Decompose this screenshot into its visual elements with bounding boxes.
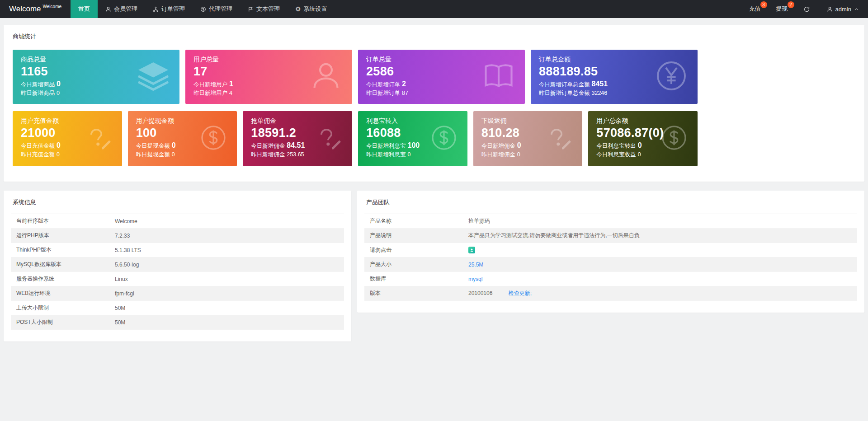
gear-icon: ⚙ <box>295 6 301 12</box>
chevron-up-icon <box>854 7 859 12</box>
table-row: ThinkPHP版本5.1.38 LTS <box>11 243 344 257</box>
logo-text: Welcome <box>9 5 41 14</box>
stats-row-2: 用户充值金额 21000 今日充值金额0 昨日充值金额0 用户提现金额 100 … <box>13 111 698 166</box>
table-row: 运行PHP版本7.2.33 <box>11 229 344 243</box>
nav-item-label: 系统设置 <box>304 5 327 13</box>
table-row: 数据库mysql <box>364 272 857 286</box>
nav-item-label: 文本管理 <box>256 5 280 13</box>
product-team-table: 产品名称抢单源码 产品说明本产品只为学习测试交流,请勿要做商业或者用于违法行为,… <box>364 214 857 301</box>
stat-card-withdraw-amount: 用户提现金额 100 今日提现金额0 昨日提现金额0 <box>128 111 237 166</box>
yen-circle-icon <box>655 60 688 94</box>
nav-item-home[interactable]: 首页 <box>71 0 98 18</box>
stat-card-recharge-amount: 用户充值金额 21000 今日充值金额0 昨日充值金额0 <box>13 111 122 166</box>
navbar-right: 充值 3 提现 2 admin <box>741 0 868 18</box>
table-row: MySQL数据库版本5.6.50-log <box>11 257 344 272</box>
layers-icon <box>137 60 170 94</box>
user-menu[interactable]: admin <box>818 0 868 18</box>
table-row: 产品说明本产品只为学习测试交流,请勿要做商业或者用于违法行为,一切后果自负 <box>364 229 857 243</box>
user-icon <box>827 6 833 12</box>
table-row: POST大小限制50M <box>11 315 344 330</box>
stat-card-sub-commission: 下级返佣 810.28 今日新增佣金0 昨日新增佣金0 <box>473 111 583 166</box>
edit-icon <box>545 124 572 153</box>
stat-card-user-balance: 用户总余额 57086.87(0) 今日利息宝转出0 今日利息宝收益0 <box>588 111 698 166</box>
logo-superscript: Welcome <box>43 4 62 9</box>
product-team-panel: 产品团队 产品名称抢单源码 产品说明本产品只为学习测试交流,请勿要做商业或者用于… <box>357 191 864 313</box>
bottom-section: 系统信息 当前程序版本Welcome 运行PHP版本7.2.33 ThinkPH… <box>4 191 864 341</box>
nav-item-label: 代理管理 <box>209 5 232 13</box>
withdraw-label: 提现 <box>776 5 788 13</box>
edit-icon <box>315 124 342 153</box>
product-team-title: 产品团队 <box>357 191 864 214</box>
stat-card-users-total: 用户总量 17 今日新增用户1 昨日新增用户4 <box>185 50 352 104</box>
stats-panel: 商城统计 商品总量 1165 今日新增商品0 昨日新增商品0 用户总量 17 今… <box>4 25 864 182</box>
stat-card-grab-commission: 抢单佣金 18591.2 今日新增佣金84.51 昨日新增佣金253.65 <box>243 111 352 166</box>
recharge-label: 充值 <box>749 5 761 13</box>
system-info-table: 当前程序版本Welcome 运行PHP版本7.2.33 ThinkPHP版本5.… <box>11 214 344 330</box>
stat-card-interest-in: 利息宝转入 16088 今日新增利息宝100 昨日新增利息宝0 <box>358 111 467 166</box>
database-link[interactable]: mysql <box>468 276 482 282</box>
book-icon <box>482 60 515 94</box>
dollar-circle-icon <box>200 124 227 153</box>
system-info-title: 系统信息 <box>4 191 351 214</box>
table-row: 当前程序版本Welcome <box>11 214 344 229</box>
table-row: 版本 20100106 检查更新; <box>364 286 857 301</box>
stat-card-goods-total: 商品总量 1165 今日新增商品0 昨日新增商品0 <box>13 50 179 104</box>
dollar-circle-icon <box>200 6 206 12</box>
user-icon <box>105 6 111 12</box>
stat-card-orders-total: 订单总量 2586 今日新增订单2 昨日新增订单87 <box>358 50 525 104</box>
app-logo[interactable]: Welcome Welcome <box>0 0 71 18</box>
withdraw-badge: 2 <box>788 1 794 8</box>
recharge-button[interactable]: 充值 3 <box>741 0 769 18</box>
table-row: 请勿点击 <box>364 243 857 257</box>
table-row: 服务器操作系统Linux <box>11 272 344 286</box>
user-icon <box>310 60 342 94</box>
table-row: 上传大小限制50M <box>11 301 344 315</box>
version-value: 20100106 <box>468 290 492 296</box>
do-not-click-icon[interactable] <box>468 247 475 253</box>
nav-item-members[interactable]: 会员管理 <box>98 0 145 18</box>
product-size-link[interactable]: 25.5M <box>468 262 483 268</box>
withdraw-button[interactable]: 提现 2 <box>769 0 796 18</box>
stats-cards: 商品总量 1165 今日新增商品0 昨日新增商品0 用户总量 17 今日新增用户… <box>4 48 864 182</box>
system-info-panel: 系统信息 当前程序版本Welcome 运行PHP版本7.2.33 ThinkPH… <box>4 191 351 341</box>
stat-card-order-amount: 订单总金额 888189.85 今日新增订单总金额8451 昨日新增订单总金额3… <box>531 50 698 104</box>
recharge-badge: 3 <box>760 1 767 8</box>
refresh-icon <box>803 6 810 13</box>
username: admin <box>835 6 851 13</box>
refresh-button[interactable] <box>796 0 818 18</box>
table-row: WEB运行环境fpm-fcgi <box>11 286 344 301</box>
nav-item-agents[interactable]: 代理管理 <box>193 0 240 18</box>
dollar-circle-icon <box>430 124 458 153</box>
stats-title: 商城统计 <box>4 25 864 48</box>
nav-item-label: 订单管理 <box>161 5 185 13</box>
dollar-circle-icon <box>660 124 688 153</box>
stats-row-1: 商品总量 1165 今日新增商品0 昨日新增商品0 用户总量 17 今日新增用户… <box>13 50 698 104</box>
table-row: 产品大小25.5M <box>364 257 857 272</box>
nav-item-orders[interactable]: 订单管理 <box>145 0 193 18</box>
nav-item-label: 首页 <box>78 5 90 13</box>
check-update-link[interactable]: 检查更新; <box>509 290 532 296</box>
table-row: 产品名称抢单源码 <box>364 214 857 229</box>
edit-icon <box>85 124 112 153</box>
nav-item-label: 会员管理 <box>114 5 137 13</box>
orders-icon <box>153 6 159 12</box>
nav-item-text[interactable]: 文本管理 <box>240 0 288 18</box>
top-navbar: Welcome Welcome 首页 会员管理 订单管理 代理管理 文本管理 ⚙… <box>0 0 868 18</box>
flag-icon <box>248 6 254 12</box>
nav-item-settings[interactable]: ⚙ 系统设置 <box>288 0 335 18</box>
